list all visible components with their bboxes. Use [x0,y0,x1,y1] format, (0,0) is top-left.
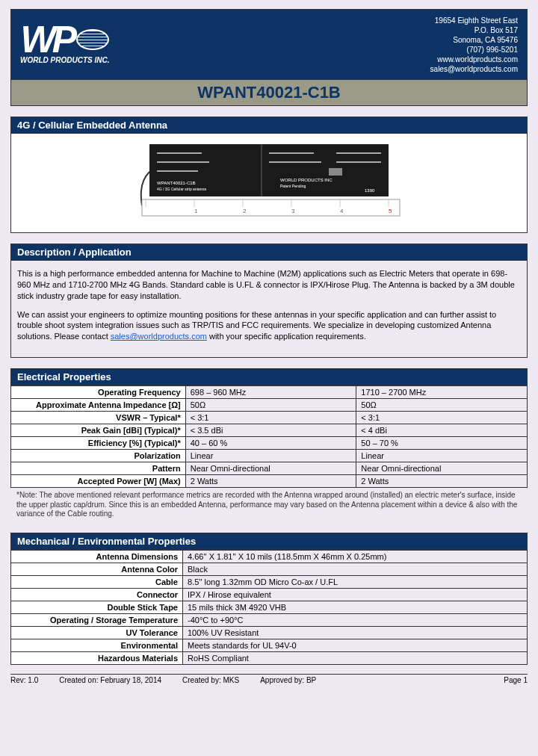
addr-line: 19654 Eighth Street East [430,16,518,25]
row-label: Connector [11,588,183,601]
antenna-image: WPANT40021-C1B 4G / 3G Cellular strip an… [134,138,404,228]
row-label: Cable [11,575,183,588]
svg-text:4G / 3G Cellular strip antenna: 4G / 3G Cellular strip antenna [157,187,206,191]
svg-text:4: 4 [340,208,344,214]
row-value: 100% UV Resistant [183,626,528,639]
row-value: < 4 dBi [356,424,528,437]
footer-page: Page 1 [504,676,528,684]
row-label: Accepted Power [W] (Max) [11,475,186,488]
row-value: < 3:1 [356,412,528,424]
row-label: Approximate Antenna Impedance [Ω] [11,399,186,412]
row-label: Peak Gain [dBi] (Typical)* [11,424,186,437]
svg-rect-9 [329,168,342,176]
table-row: VSWR – Typical*< 3:1< 3:1 [11,412,528,424]
row-value: Black [183,563,528,575]
company-name: WORLD PRODUCTS INC. [20,56,109,64]
table-row: Cable8.5'' long 1.32mm OD Micro Co-ax / … [11,575,528,588]
svg-text:WORLD PRODUCTS INC: WORLD PRODUCTS INC [280,178,333,182]
footer-created: Created on: February 18, 2014 [59,676,161,684]
svg-text:2: 2 [243,208,247,214]
description-head: Description / Application [10,244,528,261]
table-row: EnvironmentalMeets standards for UL 94V-… [11,639,528,651]
product-image-box: WPANT40021-C1B 4G / 3G Cellular strip an… [10,134,528,233]
logo-letters: WP [20,25,73,55]
table-row: Efficiency [%] (Typical)*40 – 60 %50 – 7… [11,437,528,450]
table-row: Operating / Storage Temperature-40°C to … [11,613,528,626]
part-number-title: WPANT40021-C1B [10,80,528,106]
row-value: Near Omni-directional [356,462,528,475]
row-label: Antenna Dimensions [11,550,183,563]
description-box: This is a high performance embedded ante… [10,261,528,358]
contact-info: 19654 Eighth Street East P.O. Box 517 So… [430,16,518,74]
row-value: 4.66'' X 1.81'' X 10 mils (118.5mm X 46m… [183,550,528,563]
desc-p2: We can assist your engineers to optimize… [17,309,521,343]
row-label: Polarization [11,450,186,462]
electrical-table: Operating Frequency698 – 960 MHz1710 – 2… [10,385,528,488]
table-row: Antenna Dimensions4.66'' X 1.81'' X 10 m… [11,550,528,563]
table-row: Accepted Power [W] (Max)2 Watts2 Watts [11,475,528,488]
row-value: 50 – 70 % [356,437,528,450]
row-value: 8.5'' long 1.32mm OD Micro Co-ax / U.FL [183,575,528,588]
table-row: Antenna ColorBlack [11,563,528,575]
row-label: Hazardous Materials [11,651,183,664]
email: sales@worldproducts.com [430,64,518,74]
row-value: Near Omni-directional [185,462,356,475]
table-row: ConnectorIPX / Hirose equivalent [11,588,528,601]
table-row: Double Stick Tape15 mils thick 3M 4920 V… [11,601,528,613]
header-banner: WP WORLD PRODUCTS INC. 19654 Eighth Stre… [10,9,528,80]
svg-text:1390: 1390 [365,188,375,193]
phone: (707) 996-5201 [430,45,518,55]
table-row: UV Tolerance100% UV Resistant [11,626,528,639]
row-label: Pattern [11,462,186,475]
row-value: 40 – 60 % [185,437,356,450]
table-row: Hazardous MaterialsRoHS Compliant [11,651,528,664]
row-value: 15 mils thick 3M 4920 VHB [183,601,528,613]
svg-text:3: 3 [291,208,295,214]
row-label: Operating / Storage Temperature [11,613,183,626]
logo: WP WORLD PRODUCTS INC. [20,25,109,64]
subtitle-bar: 4G / Cellular Embedded Antenna [10,117,528,134]
addr-line: Sonoma, CA 95476 [430,35,518,45]
row-value: < 3.5 dBi [185,424,356,437]
svg-text:5: 5 [389,208,392,214]
desc-p1: This is a high performance embedded ante… [17,268,521,302]
table-row: Approximate Antenna Impedance [Ω]50Ω50Ω [11,399,528,412]
row-label: Double Stick Tape [11,601,183,613]
row-value: 50Ω [356,399,528,412]
addr-line: P.O. Box 517 [430,25,518,35]
row-value: < 3:1 [185,412,356,424]
mechanical-head: Mechanical / Environmental Properties [10,533,528,550]
svg-text:Patent Pending: Patent Pending [280,184,306,188]
row-label: Operating Frequency [11,386,186,399]
row-value: RoHS Compliant [183,651,528,664]
row-value: 2 Watts [356,475,528,488]
svg-rect-15 [142,199,400,216]
contact-email-link[interactable]: sales@worldproducts.com [111,332,207,341]
footer-by: Created by: MKS [182,676,239,684]
row-value: 698 – 960 MHz [185,386,356,399]
row-label: UV Tolerance [11,626,183,639]
row-value: IPX / Hirose equivalent [183,588,528,601]
footer-approved: Approved by: BP [260,676,316,684]
svg-text:1: 1 [194,208,198,214]
row-value: Linear [356,450,528,462]
globe-icon [76,29,109,50]
row-value: Meets standards for UL 94V-0 [183,639,528,651]
row-value: 1710 – 2700 MHz [356,386,528,399]
footer: Rev: 1.0 Created on: February 18, 2014 C… [10,674,528,684]
row-value: -40°C to +90°C [183,613,528,626]
website: www.worldproducts.com [430,55,518,64]
table-row: Operating Frequency698 – 960 MHz1710 – 2… [11,386,528,399]
row-label: Antenna Color [11,563,183,575]
row-value: Linear [185,450,356,462]
table-row: PolarizationLinearLinear [11,450,528,462]
footer-rev: Rev: 1.0 [10,676,38,684]
row-value: 50Ω [185,399,356,412]
row-value: 2 Watts [185,475,356,488]
table-row: PatternNear Omni-directionalNear Omni-di… [11,462,528,475]
svg-text:WPANT40021-C1B: WPANT40021-C1B [157,181,196,185]
row-label: VSWR – Typical* [11,412,186,424]
row-label: Efficiency [%] (Typical)* [11,437,186,450]
electrical-head: Electrical Properties [10,368,528,385]
electrical-note: *Note: The above mentioned relevant perf… [10,488,528,522]
